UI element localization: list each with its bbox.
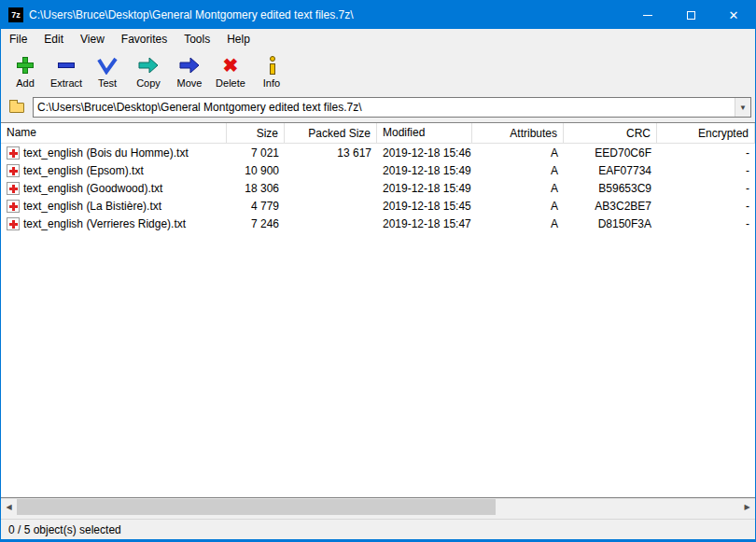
delete-button[interactable]: ✖ Delete bbox=[210, 51, 251, 94]
file-icon bbox=[7, 164, 20, 177]
cell-size: 18 306 bbox=[227, 179, 285, 197]
cell-encrypted: - bbox=[657, 197, 755, 215]
scroll-right-icon[interactable]: ▶ bbox=[739, 499, 755, 515]
plus-icon bbox=[14, 54, 36, 76]
column-header-modified[interactable]: Modified bbox=[377, 123, 472, 143]
menu-item-view[interactable]: View bbox=[72, 30, 113, 49]
window-title: C:\Users\Bruce\Desktop\General Montgomer… bbox=[29, 8, 626, 21]
cell-size: 4 779 bbox=[227, 197, 285, 215]
selection-status: 0 / 5 object(s) selected bbox=[8, 523, 121, 536]
cell-packed bbox=[285, 179, 377, 197]
menu-bar: File Edit View Favorites Tools Help bbox=[1, 29, 755, 49]
archive-folder-button[interactable] bbox=[7, 98, 27, 117]
minimize-button[interactable] bbox=[626, 1, 669, 29]
cell-name: text_english (Epsom).txt bbox=[1, 161, 227, 179]
menu-item-help[interactable]: Help bbox=[218, 30, 259, 49]
cell-packed bbox=[285, 161, 377, 179]
close-button[interactable]: ✕ bbox=[712, 1, 755, 29]
cell-packed bbox=[285, 215, 377, 232]
close-icon: ✕ bbox=[729, 8, 739, 22]
cell-attr: A bbox=[472, 179, 564, 197]
table-row[interactable]: text_english (Bois du Homme).txt7 02113 … bbox=[1, 144, 755, 161]
cell-attr: A bbox=[472, 144, 564, 161]
cell-modified: 2019-12-18 15:46 bbox=[377, 144, 472, 161]
test-button[interactable]: Test bbox=[87, 51, 128, 94]
cell-attr: A bbox=[472, 161, 564, 179]
app-window: 7z C:\Users\Bruce\Desktop\General Montgo… bbox=[0, 0, 756, 542]
cell-modified: 2019-12-18 15:49 bbox=[377, 179, 472, 197]
table-row[interactable]: text_english (Verrieres Ridge).txt7 2462… bbox=[1, 215, 755, 232]
address-bar: ▼ bbox=[1, 96, 755, 122]
cell-name: text_english (Verrieres Ridge).txt bbox=[1, 215, 227, 232]
file-list: Name Size Packed Size Modified Attribute… bbox=[1, 122, 755, 498]
scrollbar-track[interactable] bbox=[17, 499, 739, 514]
column-header-name[interactable]: Name bbox=[1, 123, 227, 143]
column-header-packed-size[interactable]: Packed Size bbox=[285, 123, 377, 143]
column-header-crc[interactable]: CRC bbox=[564, 123, 657, 143]
table-row[interactable]: text_english (La Bistière).txt4 7792019-… bbox=[1, 197, 755, 215]
file-list-body: text_english (Bois du Homme).txt7 02113 … bbox=[1, 144, 755, 497]
cell-attr: A bbox=[472, 197, 564, 215]
toolbar: Add Extract Test Copy Move ✖ Delete bbox=[1, 49, 755, 96]
cell-attr: A bbox=[472, 215, 564, 232]
delete-x-icon: ✖ bbox=[219, 54, 242, 76]
cell-crc: B59653C9 bbox=[564, 179, 657, 197]
cell-name: text_english (Goodwood).txt bbox=[1, 179, 227, 197]
file-icon bbox=[7, 217, 20, 230]
maximize-icon bbox=[687, 11, 695, 20]
file-icon bbox=[7, 200, 20, 213]
info-icon bbox=[260, 54, 283, 76]
cell-encrypted: - bbox=[657, 215, 755, 232]
cell-packed: 13 617 bbox=[285, 144, 377, 161]
column-header-encrypted[interactable]: Encrypted bbox=[657, 123, 755, 143]
address-input[interactable] bbox=[34, 98, 735, 117]
scrollbar-thumb[interactable] bbox=[17, 499, 496, 515]
add-button[interactable]: Add bbox=[5, 51, 46, 94]
cell-encrypted: - bbox=[657, 144, 755, 161]
column-header-row: Name Size Packed Size Modified Attribute… bbox=[1, 123, 755, 144]
table-row[interactable]: text_english (Goodwood).txt18 3062019-12… bbox=[1, 179, 755, 197]
menu-item-edit[interactable]: Edit bbox=[35, 30, 72, 49]
cell-name: text_english (Bois du Homme).txt bbox=[1, 144, 227, 161]
cell-crc: EED70C6F bbox=[564, 144, 657, 161]
table-row[interactable]: text_english (Epsom).txt10 9002019-12-18… bbox=[1, 161, 755, 179]
folder-icon bbox=[9, 103, 24, 113]
cell-crc: AB3C2BE7 bbox=[564, 197, 657, 215]
cell-modified: 2019-12-18 15:47 bbox=[377, 215, 472, 232]
cell-crc: EAF07734 bbox=[564, 161, 657, 179]
info-button[interactable]: Info bbox=[251, 51, 292, 94]
app-icon-7zip: 7z bbox=[8, 7, 23, 22]
status-bar: 0 / 5 object(s) selected bbox=[1, 519, 755, 539]
cell-size: 7 021 bbox=[227, 144, 285, 161]
cell-crc: D8150F3A bbox=[564, 215, 657, 232]
move-arrow-icon bbox=[178, 54, 201, 76]
horizontal-scrollbar[interactable]: ◀ ▶ bbox=[1, 498, 755, 514]
maximize-button[interactable] bbox=[669, 1, 712, 29]
cell-size: 10 900 bbox=[227, 161, 285, 179]
cell-modified: 2019-12-18 15:45 bbox=[377, 197, 472, 215]
menu-item-tools[interactable]: Tools bbox=[175, 30, 218, 49]
cell-size: 7 246 bbox=[227, 215, 285, 232]
scroll-left-icon[interactable]: ◀ bbox=[1, 499, 17, 515]
copy-button[interactable]: Copy bbox=[128, 51, 169, 94]
cell-packed bbox=[285, 197, 377, 215]
move-button[interactable]: Move bbox=[169, 51, 210, 94]
extract-button[interactable]: Extract bbox=[46, 51, 87, 94]
chevron-down-icon: ▼ bbox=[739, 104, 747, 112]
cell-name: text_english (La Bistière).txt bbox=[1, 197, 227, 215]
cell-encrypted: - bbox=[657, 161, 755, 179]
minimize-icon bbox=[643, 15, 652, 16]
address-dropdown-button[interactable]: ▼ bbox=[735, 98, 750, 117]
title-bar: 7z C:\Users\Bruce\Desktop\General Montgo… bbox=[1, 1, 755, 29]
menu-item-file[interactable]: File bbox=[1, 30, 35, 49]
check-icon bbox=[96, 54, 119, 76]
column-header-attributes[interactable]: Attributes bbox=[472, 123, 564, 143]
menu-item-favorites[interactable]: Favorites bbox=[113, 30, 175, 49]
column-header-size[interactable]: Size bbox=[227, 123, 285, 143]
file-icon bbox=[7, 182, 20, 195]
minus-icon bbox=[55, 54, 77, 76]
cell-encrypted: - bbox=[657, 179, 755, 197]
copy-arrow-icon bbox=[137, 54, 160, 76]
cell-modified: 2019-12-18 15:49 bbox=[377, 161, 472, 179]
file-icon bbox=[7, 146, 20, 160]
